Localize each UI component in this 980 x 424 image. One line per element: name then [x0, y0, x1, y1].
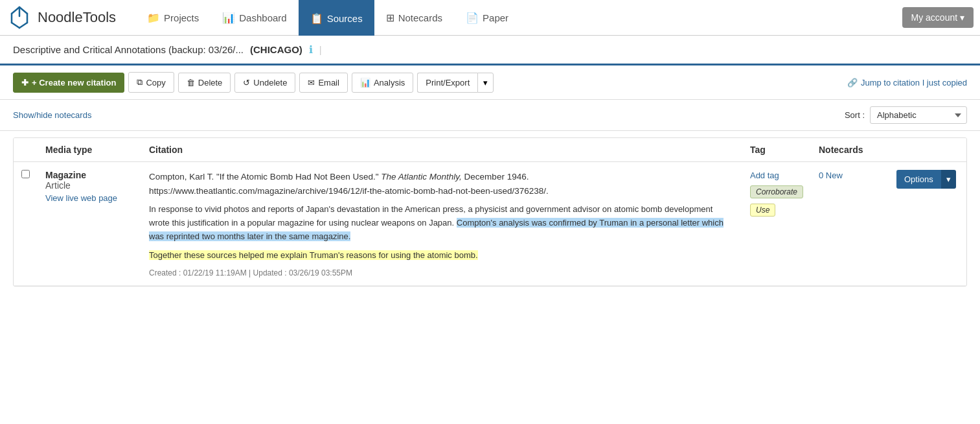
header-citation: Citation — [141, 138, 742, 162]
table-row: Magazine Article View live web page Comp… — [14, 162, 966, 286]
table-header: Media type Citation Tag Notecards — [14, 138, 966, 162]
row-checkbox-cell — [14, 162, 38, 286]
citation-annotation-yellow: Together these sources helped me explain… — [149, 249, 735, 263]
paper-icon: 📄 — [466, 12, 479, 24]
nav-tabs: 📁 Projects 📊 Dashboard 📋 Sources ⊞ Notec… — [135, 0, 902, 36]
undo-icon: ↺ — [243, 78, 250, 88]
jump-icon: 🔗 — [847, 78, 858, 88]
header-options — [889, 138, 966, 162]
delete-label: Delete — [198, 78, 223, 88]
undelete-label: Undelete — [253, 78, 287, 88]
email-label: Email — [318, 78, 339, 88]
email-button[interactable]: ✉ Email — [299, 73, 348, 93]
delete-button[interactable]: 🗑 Delete — [178, 73, 231, 93]
logo-icon — [6, 5, 32, 30]
row-options-cell: Options ▾ — [889, 162, 966, 286]
row-notecards-cell: 0 New — [811, 162, 889, 286]
options-caret-button[interactable]: ▾ — [941, 170, 956, 189]
style-badge: (CHICAGO) — [250, 44, 302, 55]
citation-text: Compton, Karl T. "If the Atomic Bomb Had… — [149, 170, 735, 198]
create-label: + Create new citation — [32, 78, 116, 88]
projects-icon: 📁 — [147, 12, 160, 24]
analysis-button[interactable]: 📊 Analysis — [352, 73, 413, 93]
copy-icon: ⧉ — [137, 77, 142, 88]
row-media-type-cell: Magazine Article View live web page — [38, 162, 141, 286]
analysis-icon: 📊 — [360, 78, 370, 88]
notecards-icon: ⊞ — [386, 12, 394, 24]
new-count-badge: 0 New — [819, 171, 843, 180]
undelete-button[interactable]: ↺ Undelete — [234, 73, 295, 93]
tab-paper[interactable]: 📄 Paper — [454, 0, 520, 36]
project-title: Descriptive and Critical Annotations (ba… — [13, 44, 244, 55]
jump-to-citation-link[interactable]: 🔗 Jump to citation I just copied — [847, 78, 967, 88]
citation-author: Compton, Karl T. "If the Atomic Bomb Had… — [149, 172, 379, 182]
dashboard-icon: 📊 — [222, 12, 235, 24]
header-tag: Tag — [742, 138, 811, 162]
create-icon: ✚ — [21, 78, 28, 88]
header-media-type: Media type — [38, 138, 141, 162]
options-button-group: Options ▾ — [896, 170, 959, 189]
info-icon[interactable]: ℹ — [309, 43, 313, 56]
add-tag-link[interactable]: Add tag — [750, 171, 779, 180]
svg-line-5 — [12, 23, 19, 28]
citations-table-container: Media type Citation Tag Notecards Magazi… — [13, 137, 967, 287]
citation-meta: Created : 01/22/19 11:19AM | Updated : 0… — [149, 268, 735, 277]
svg-line-6 — [19, 23, 27, 28]
analysis-label: Analysis — [374, 78, 405, 88]
header-checkbox — [14, 138, 38, 162]
citations-table: Media type Citation Tag Notecards Magazi… — [14, 138, 966, 286]
email-icon: ✉ — [308, 78, 315, 88]
copy-button[interactable]: ⧉ Copy — [128, 72, 174, 93]
account-button[interactable]: My account ▾ — [902, 7, 974, 28]
main-nav: NoodleTools 📁 Projects 📊 Dashboard 📋 Sou… — [0, 0, 980, 36]
tag-corroborate: Corroborate — [750, 185, 803, 198]
sort-select[interactable]: Alphabetic Date added Media type — [870, 106, 967, 124]
logo: NoodleTools — [6, 5, 116, 30]
print-export-label: Print/Export — [426, 78, 470, 88]
tab-notecards[interactable]: ⊞ Notecards — [374, 0, 454, 36]
media-subtype-label: Article — [45, 180, 71, 191]
row-citation-cell: Compton, Karl T. "If the Atomic Bomb Had… — [141, 162, 742, 286]
tab-sources[interactable]: 📋 Sources — [299, 0, 374, 36]
print-export-dropdown: Print/Export ▾ — [417, 73, 494, 93]
options-bar: Show/hide notecards Sort : Alphabetic Da… — [0, 100, 980, 131]
logo-text: NoodleTools — [38, 9, 116, 26]
show-hide-notecards-link[interactable]: Show/hide notecards — [13, 110, 91, 120]
citation-journal: The Atlantic Monthly, — [381, 172, 462, 182]
tag-use: Use — [750, 204, 775, 217]
citation-annotation: In response to vivid photos and reports … — [149, 203, 735, 243]
print-export-button[interactable]: Print/Export — [417, 73, 477, 93]
row-tag-cell: Add tag Corroborate Use — [742, 162, 811, 286]
view-live-link[interactable]: View live web page — [45, 193, 133, 203]
svg-line-1 — [19, 7, 27, 14]
header-bar: Descriptive and Critical Annotations (ba… — [0, 36, 980, 65]
annotation-highlight-yellow: Together these sources helped me explain… — [149, 250, 478, 260]
tab-projects[interactable]: 📁 Projects — [135, 0, 211, 36]
header-divider: | — [319, 44, 322, 55]
tab-dashboard[interactable]: 📊 Dashboard — [211, 0, 298, 36]
sort-area: Sort : Alphabetic Date added Media type — [845, 106, 967, 124]
media-type-label: Magazine — [45, 170, 86, 180]
svg-line-0 — [12, 7, 19, 14]
toolbar: ✚ + Create new citation ⧉ Copy 🗑 Delete … — [0, 65, 980, 100]
trash-icon: 🗑 — [187, 78, 195, 88]
options-button[interactable]: Options — [896, 170, 941, 189]
row-checkbox[interactable] — [21, 170, 30, 178]
create-citation-button[interactable]: ✚ + Create new citation — [13, 73, 124, 93]
citations-table-wrapper: Media type Citation Tag Notecards Magazi… — [0, 131, 980, 293]
table-body: Magazine Article View live web page Comp… — [14, 162, 966, 286]
jump-label: Jump to citation I just copied — [861, 78, 967, 88]
print-export-caret[interactable]: ▾ — [477, 73, 494, 93]
sort-label: Sort : — [845, 110, 865, 120]
header-notecards: Notecards — [811, 138, 889, 162]
sources-icon: 📋 — [310, 12, 323, 25]
copy-label: Copy — [146, 78, 165, 88]
